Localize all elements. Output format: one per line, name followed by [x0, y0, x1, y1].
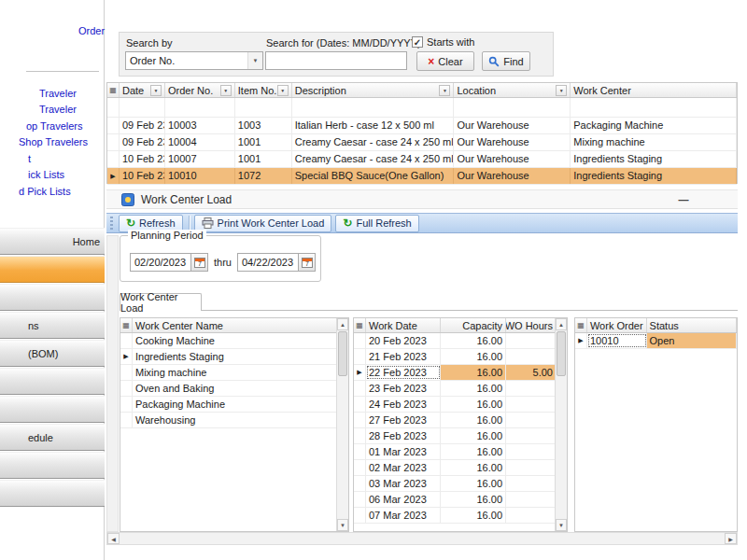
cell-capacity[interactable]: 16.00 [441, 413, 506, 427]
vertical-scrollbar[interactable]: ▲ ▼ [555, 318, 567, 531]
row-selector-header[interactable]: ▦ [120, 318, 133, 332]
clear-button[interactable]: × Clear [416, 51, 474, 71]
cell-description[interactable]: Italian Herb - case 12 x 500 ml [292, 118, 455, 133]
sidebar-group-schedule[interactable]: edule [0, 424, 105, 451]
cell-wo-hours[interactable] [506, 397, 557, 412]
cell-capacity[interactable]: 16.00 [441, 476, 506, 491]
cell-work-date[interactable]: 23 Feb 2023 [366, 381, 441, 396]
load-row[interactable]: 07 Mar 2023 16.00 [354, 508, 557, 524]
sidebar-group-button[interactable] [0, 480, 105, 507]
column-header-item-no[interactable]: Item No.▼ [235, 83, 292, 97]
cell-capacity[interactable]: 16.00 [441, 365, 506, 380]
cell-date[interactable]: 09 Feb 23 [120, 118, 165, 133]
cell-work-date[interactable]: 03 Mar 2023 [366, 476, 441, 491]
sidebar-link[interactable]: Traveler [39, 104, 77, 115]
load-row[interactable]: 02 Mar 2023 16.00 [354, 460, 557, 476]
load-row[interactable]: 03 Mar 2023 16.00 [354, 476, 557, 492]
cell-wo-hours[interactable] [506, 444, 557, 459]
order-row[interactable]: 10 Feb 23 10007 1001 Creamy Caesar - cas… [107, 151, 737, 168]
column-header-wo-hours[interactable]: WO Hours [506, 318, 557, 332]
sidebar-link[interactable]: ick Lists [28, 169, 64, 180]
cell-work-date[interactable]: 07 Mar 2023 [366, 508, 441, 523]
order-row[interactable]: 09 Feb 23 10003 1003 Italian Herb - case… [107, 118, 737, 134]
cell-capacity[interactable]: 16.00 [441, 333, 506, 348]
sidebar-group-home[interactable]: Home [0, 228, 105, 255]
work-center-row[interactable]: Mixing machine [120, 365, 338, 381]
cell-wo-hours[interactable] [506, 413, 557, 427]
cell-work-center-name[interactable]: Oven and Baking [133, 381, 338, 396]
cell-wo-hours[interactable] [506, 349, 557, 364]
cell-wo-hours[interactable] [506, 428, 557, 443]
load-row[interactable]: 21 Feb 2023 16.00 [354, 349, 557, 365]
sidebar-group-button[interactable] [0, 284, 105, 311]
scroll-left-icon[interactable]: ◀ [107, 533, 120, 544]
cell-capacity[interactable]: 16.00 [441, 508, 506, 523]
cell-work-center[interactable]: Ingredients Staging [571, 151, 737, 167]
cell-work-order[interactable]: 10010 [587, 333, 647, 348]
cell-work-center-name[interactable]: Ingredients Staging [133, 349, 338, 364]
work-center-row[interactable]: Cooking Machine [120, 333, 338, 349]
row-selector-header[interactable]: ▦ [107, 83, 120, 97]
cell-description[interactable]: Creamy Caesar - case 24 x 250 ml [292, 151, 455, 167]
cell-work-date[interactable]: 27 Feb 2023 [366, 413, 441, 427]
horizontal-scrollbar[interactable]: ◀ ▶ [106, 532, 738, 545]
sidebar-link[interactable]: Shop Travelers [19, 136, 88, 147]
column-header-work-order[interactable]: Work Order [587, 318, 647, 332]
search-by-dropdown[interactable]: Order No. ▼ [125, 51, 263, 70]
sidebar-group-button[interactable] [0, 452, 105, 479]
cell-wo-hours[interactable] [506, 508, 557, 523]
cell-wo-hours[interactable] [506, 381, 557, 396]
search-for-input[interactable] [265, 51, 407, 70]
cell-work-date[interactable]: 01 Mar 2023 [366, 444, 441, 459]
cell-capacity[interactable]: 16.00 [441, 397, 506, 412]
cell-date[interactable]: 10 Feb 23 [120, 168, 165, 184]
scrollbar-thumb[interactable] [557, 331, 566, 376]
sidebar-group-button[interactable] [0, 368, 105, 395]
filter-dropdown-icon[interactable]: ▼ [556, 85, 567, 96]
full-refresh-button[interactable]: ↻ Full Refresh [335, 215, 418, 232]
cell-status[interactable]: Open [647, 333, 737, 348]
cell-date[interactable]: 09 Feb 23 [120, 134, 165, 150]
calendar-picker-button[interactable]: 7 [190, 253, 208, 272]
column-header-order-no[interactable]: Order No.▼ [165, 83, 235, 97]
cell-order-no[interactable]: 10004 [165, 134, 235, 150]
cell-location[interactable]: Our Warehouse [454, 118, 571, 133]
cell-capacity[interactable]: 16.00 [441, 381, 506, 396]
cell-location[interactable]: Our Warehouse [454, 151, 571, 167]
starts-with-checkbox[interactable]: ✓ Starts with [412, 36, 474, 48]
cell-work-center-name[interactable]: Mixing machine [133, 365, 338, 380]
cell-date[interactable]: 10 Feb 23 [120, 151, 165, 167]
work-center-row[interactable]: Packaging Machine [120, 397, 338, 413]
cell-capacity[interactable]: 16.00 [441, 444, 506, 459]
cell-work-center[interactable]: Ingredients Staging [571, 168, 737, 184]
cell-capacity[interactable]: 16.00 [441, 428, 506, 443]
row-selector-header[interactable]: ▦ [575, 318, 587, 332]
load-row[interactable]: 28 Feb 2023 16.00 [354, 428, 557, 444]
cell-order-no[interactable]: 10003 [165, 118, 235, 133]
column-header-location[interactable]: Location▼ [454, 83, 571, 97]
find-button[interactable]: Find [482, 51, 530, 71]
cell-work-date[interactable]: 20 Feb 2023 [366, 333, 441, 348]
vertical-scrollbar[interactable]: ▲ ▼ [336, 318, 348, 531]
scroll-right-icon[interactable]: ▶ [725, 533, 737, 544]
scroll-up-icon[interactable]: ▲ [556, 318, 567, 330]
cell-item-no[interactable]: 1001 [235, 134, 292, 150]
sidebar-group-bom[interactable]: (BOM) [0, 340, 105, 367]
load-row[interactable]: 20 Feb 2023 16.00 [354, 333, 557, 349]
scrollbar-thumb[interactable] [338, 331, 347, 376]
scroll-up-icon[interactable]: ▲ [337, 318, 348, 330]
calendar-picker-button[interactable]: 7 [298, 253, 316, 272]
scroll-down-icon[interactable]: ▼ [556, 519, 567, 531]
sidebar-link-order[interactable]: Order [78, 25, 105, 36]
cell-order-no[interactable]: 10010 [165, 168, 235, 184]
cell-location[interactable]: Our Warehouse [454, 134, 571, 150]
filter-dropdown-icon[interactable]: ▼ [277, 85, 289, 96]
cell-capacity[interactable]: 16.00 [441, 349, 506, 364]
cell-work-center[interactable]: Mixing machine [571, 134, 737, 150]
order-row-selected[interactable]: ▶ 10 Feb 23 10010 1072 Special BBQ Sauce… [107, 168, 737, 185]
filter-dropdown-icon[interactable]: ▼ [150, 85, 162, 96]
sidebar-link[interactable]: Traveler [39, 88, 77, 99]
cell-wo-hours[interactable] [506, 333, 557, 348]
cell-description[interactable]: Creamy Caesar - case 24 x 250 ml [292, 134, 455, 150]
toolbar-grip-handle[interactable] [110, 217, 113, 230]
